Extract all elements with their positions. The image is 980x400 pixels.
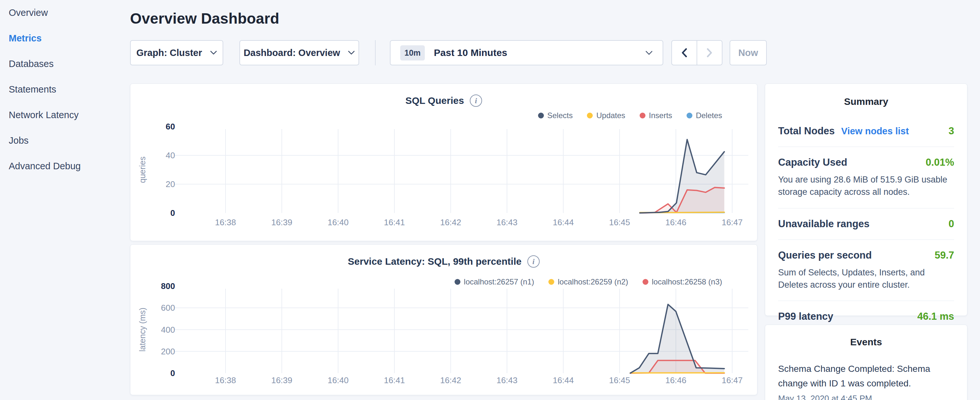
svg-text:16:43: 16:43 — [496, 217, 517, 227]
svg-text:60: 60 — [165, 122, 175, 131]
svg-text:16:40: 16:40 — [328, 375, 348, 385]
svg-text:16:44: 16:44 — [553, 375, 574, 385]
legend-item[interactable]: localhost:26257 (n1) — [455, 277, 534, 287]
svg-text:800: 800 — [161, 281, 175, 291]
sql-queries-chart[interactable]: 16:3816:3916:4016:4116:4216:4316:4416:45… — [130, 84, 758, 241]
time-range-picker[interactable]: 10m Past 10 Minutes — [390, 40, 663, 65]
legend-label: localhost:26258 (n3) — [652, 277, 722, 287]
chart-legend: SelectsUpdatesInsertsDeletes — [538, 111, 722, 120]
summary-label: Total Nodes — [778, 125, 835, 137]
chevron-right-icon — [706, 48, 713, 57]
svg-text:200: 200 — [161, 347, 175, 356]
time-forward-button[interactable] — [697, 40, 722, 65]
graph-dropdown[interactable]: Graph: Cluster — [130, 40, 223, 65]
svg-text:0: 0 — [170, 368, 175, 378]
dashboard-dropdown-label: Dashboard: Overview — [243, 48, 340, 58]
event-item[interactable]: Schema Change Completed: Schema change w… — [778, 362, 954, 400]
summary-value: 3 — [949, 125, 954, 137]
svg-text:16:47: 16:47 — [721, 375, 743, 385]
view-nodes-link[interactable]: View nodes list — [841, 126, 909, 137]
sidebar-item-overview[interactable]: Overview — [0, 0, 130, 25]
chart-title: Service Latency: SQL, 99th percentile — [348, 256, 522, 267]
event-message: Schema Change Completed: Schema change w… — [778, 362, 954, 391]
svg-text:16:47: 16:47 — [721, 217, 743, 227]
divider — [778, 147, 954, 147]
info-icon[interactable]: i — [527, 255, 540, 268]
legend-dot-icon — [643, 279, 648, 285]
sidebar-item-advanced-debug[interactable]: Advanced Debug — [0, 153, 130, 179]
legend-label: Selects — [547, 111, 573, 120]
time-back-button[interactable] — [671, 40, 697, 65]
summary-value: 59.7 — [935, 250, 954, 261]
chevron-left-icon — [681, 48, 687, 57]
legend-dot-icon — [538, 113, 544, 118]
summary-row: Unavailable ranges0 — [778, 218, 954, 230]
sidebar: OverviewMetricsDatabasesStatementsNetwor… — [0, 0, 130, 400]
svg-text:16:45: 16:45 — [609, 375, 630, 385]
time-range-label: Past 10 Minutes — [434, 47, 507, 58]
legend-item[interactable]: Selects — [538, 111, 573, 120]
svg-text:16:42: 16:42 — [440, 375, 461, 385]
sidebar-item-jobs[interactable]: Jobs — [0, 128, 130, 153]
dashboard-dropdown[interactable]: Dashboard: Overview — [239, 40, 359, 65]
summary-rows: Total NodesView nodes list3Capacity Used… — [778, 125, 954, 322]
svg-text:40: 40 — [165, 150, 175, 160]
event-timestamp: May 13, 2020 at 4:45 PM — [778, 394, 954, 400]
legend-dot-icon — [549, 279, 554, 285]
service-latency-chart-card: Service Latency: SQL, 99th percentile i … — [130, 244, 757, 395]
summary-description: Sum of Selects, Updates, Inserts, and De… — [778, 266, 954, 291]
svg-text:16:38: 16:38 — [215, 217, 236, 227]
legend-label: Updates — [596, 111, 625, 120]
summary-row: Total NodesView nodes list3 — [778, 125, 954, 137]
page-title: Overview Dashboard — [130, 10, 279, 27]
svg-text:queries: queries — [138, 157, 147, 183]
info-icon[interactable]: i — [470, 94, 482, 107]
divider — [778, 239, 954, 240]
legend-item[interactable]: Inserts — [640, 111, 672, 120]
now-button[interactable]: Now — [730, 40, 767, 65]
summary-label: Capacity Used — [778, 157, 847, 168]
svg-text:600: 600 — [161, 303, 175, 312]
svg-text:16:41: 16:41 — [384, 217, 405, 227]
sql-queries-chart-card: SQL Queries i SelectsUpdatesInsertsDelet… — [130, 83, 757, 241]
svg-text:16:44: 16:44 — [553, 217, 574, 227]
legend-item[interactable]: Deletes — [687, 111, 722, 120]
sidebar-item-metrics[interactable]: Metrics — [0, 25, 130, 51]
svg-text:16:39: 16:39 — [271, 217, 292, 227]
sidebar-item-network-latency[interactable]: Network Latency — [0, 102, 130, 128]
svg-text:20: 20 — [165, 179, 175, 189]
svg-text:16:40: 16:40 — [328, 217, 348, 227]
svg-text:16:42: 16:42 — [440, 217, 461, 227]
summary-label: P99 latency — [778, 311, 834, 322]
svg-text:latency (ms): latency (ms) — [138, 308, 147, 351]
toolbar: Graph: Cluster Dashboard: Overview 10m P… — [130, 40, 777, 65]
legend-label: Deletes — [696, 111, 722, 120]
summary-row: Queries per second59.7Sum of Selects, Up… — [778, 250, 954, 291]
sidebar-item-databases[interactable]: Databases — [0, 51, 130, 77]
summary-value: 0.01% — [926, 157, 954, 168]
time-range-badge: 10m — [400, 45, 425, 61]
legend-item[interactable]: Updates — [587, 111, 625, 120]
chevron-down-icon — [348, 51, 355, 55]
summary-label: Unavailable ranges — [778, 218, 870, 230]
summary-row: P99 latency46.1 ms — [778, 311, 954, 322]
chevron-down-icon — [645, 51, 653, 55]
sidebar-item-statements[interactable]: Statements — [0, 77, 130, 102]
summary-panel: Summary Total NodesView nodes list3Capac… — [765, 83, 967, 316]
legend-item[interactable]: localhost:26258 (n3) — [643, 277, 722, 287]
legend-dot-icon — [587, 113, 593, 118]
toolbar-divider — [375, 40, 375, 65]
legend-dot-icon — [455, 279, 460, 285]
chart-title: SQL Queries — [406, 95, 464, 106]
svg-text:16:43: 16:43 — [496, 375, 517, 385]
events-list: Schema Change Completed: Schema change w… — [778, 362, 954, 400]
legend-label: Inserts — [649, 111, 672, 120]
summary-row: Capacity Used0.01%You are using 28.6 MiB… — [778, 157, 954, 198]
events-panel: Events Schema Change Completed: Schema c… — [765, 325, 967, 400]
legend-dot-icon — [687, 113, 692, 118]
legend-label: localhost:26257 (n1) — [464, 277, 534, 287]
summary-value: 0 — [949, 218, 954, 230]
svg-text:16:46: 16:46 — [665, 375, 686, 385]
legend-item[interactable]: localhost:26259 (n2) — [549, 277, 628, 287]
events-title: Events — [778, 336, 954, 347]
